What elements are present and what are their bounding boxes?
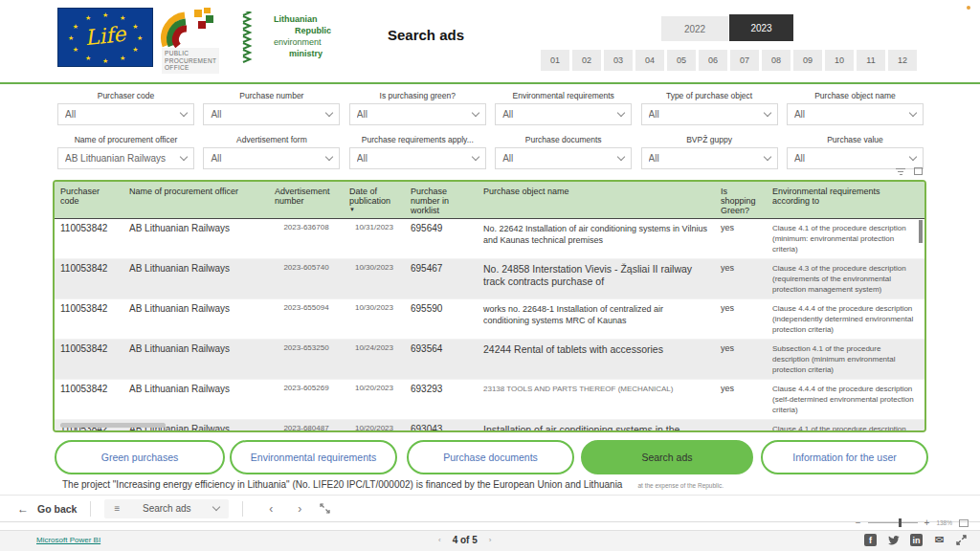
table-row[interactable]: 110053842AB Lithuanian Railways2023-6052… (55, 380, 924, 420)
cell-advert-number: 2023-655094 (269, 299, 344, 316)
fit-to-page-icon[interactable] (959, 519, 969, 527)
fullscreen-icon[interactable] (956, 535, 967, 545)
table-row[interactable]: 110053842AB Lithuanian Railways2023-6532… (55, 340, 924, 380)
filter-dropdown[interactable]: All (495, 103, 632, 125)
filter-slicer-10: Purchase documentsAll (495, 135, 632, 169)
column-header[interactable]: Is shopping Green? (715, 182, 767, 218)
year-button-2022[interactable]: 2022 (661, 16, 728, 41)
month-button-01[interactable]: 01 (541, 50, 569, 71)
page-indicator: ‹ 4 of 5 › (438, 535, 491, 545)
next-page-chevron[interactable]: › (489, 536, 492, 544)
zoom-level: 138% (936, 519, 952, 526)
month-button-08[interactable]: 08 (762, 50, 791, 71)
column-header[interactable]: Purchase number in worklist (405, 182, 478, 218)
nav-button-environmental-requirements[interactable]: Environmental requirements (230, 440, 397, 474)
cell-object-name: 23138 TOOLS AND PARTS THEREOF (MECHANICA… (478, 380, 715, 399)
filter-dropdown[interactable]: All (641, 103, 778, 125)
cell-officer: AB Lithuanian Railways (123, 299, 269, 318)
nav-button-green-purchases[interactable]: Green purchases (55, 440, 225, 474)
zoom-in-button[interactable]: + (924, 518, 930, 528)
vertical-scrollbar[interactable] (919, 220, 923, 243)
page-nav-buttons: Green purchasesEnvironmental requirement… (0, 440, 980, 474)
focus-mode-icon[interactable] (914, 167, 923, 175)
cell-purchaser-code: 110053842 (55, 259, 123, 277)
column-header[interactable]: Purchaser code (55, 182, 123, 209)
cell-object-name: Installation of air conditioning systems… (478, 420, 715, 432)
filter-value: All (502, 153, 618, 164)
status-bar: Microsoft Power BI ‹ 4 of 5 › fin✉ (0, 530, 980, 551)
eu-star-icon: ★ (132, 23, 138, 30)
table-row[interactable]: 110053842AB Lithuanian Railways2023-6550… (55, 299, 924, 340)
filter-dropdown[interactable]: All (57, 103, 194, 125)
filter-dropdown[interactable]: AB Lithuanian Railways (57, 147, 194, 169)
page-selector-label: Search ads (137, 503, 196, 514)
year-button-2023[interactable]: 2023 (729, 14, 793, 41)
month-button-10[interactable]: 10 (825, 50, 854, 71)
column-header[interactable]: Date of publication▼ (344, 182, 405, 215)
chevron-down-icon (180, 109, 188, 117)
table-row[interactable]: 110053842AB Lithuanian Railways2023-6367… (55, 219, 924, 259)
filter-slicer-8: Advertisement formAll (203, 135, 340, 169)
zoom-out-button[interactable]: − (856, 518, 861, 528)
filter-label: Environmental requirements (495, 91, 632, 103)
zoom-slider-thumb[interactable] (899, 518, 902, 527)
cell-date: 10/20/2023 (344, 380, 405, 396)
expand-icon[interactable] (320, 503, 330, 514)
month-button-12[interactable]: 12 (888, 50, 917, 71)
project-footer-text: The project "Increasing energy efficienc… (62, 479, 622, 490)
filter-dropdown[interactable]: All (349, 103, 486, 125)
filter-slicer-1: Purchaser codeAll (57, 91, 194, 125)
facebook-icon[interactable]: f (864, 534, 877, 546)
mail-icon[interactable]: ✉ (933, 534, 946, 546)
filter-icon[interactable] (896, 166, 905, 177)
page-selector[interactable]: ≡ Search ads (104, 499, 229, 518)
month-button-03[interactable]: 03 (604, 50, 633, 71)
page-title: Search ads (345, 27, 507, 43)
filter-label: Purchase requirements apply... (349, 135, 486, 147)
nav-button-information-for-the-user[interactable]: Information for the user (761, 440, 928, 474)
cell-advert-number: 2023-680487 (269, 420, 344, 432)
month-button-05[interactable]: 05 (667, 50, 696, 71)
nav-button-purchase-documents[interactable]: Purchase documents (407, 440, 574, 474)
filter-dropdown[interactable]: All (203, 147, 340, 169)
zoom-slider[interactable] (868, 522, 918, 523)
nav-button-search-ads[interactable]: Search ads (581, 440, 753, 474)
filter-dropdown[interactable]: All (349, 147, 486, 169)
column-header[interactable]: Name of procurement officer (123, 182, 269, 199)
go-back-button[interactable]: Go back (37, 503, 77, 515)
chevron-down-icon (617, 109, 625, 117)
table-row[interactable]: 110053842AB Lithuanian Railways2023-6804… (55, 420, 924, 432)
column-header[interactable]: Purchase object name (478, 182, 715, 199)
filter-dropdown[interactable]: All (787, 103, 924, 125)
table-row[interactable]: 110053842AB Lithuanian Railways2023-6057… (55, 259, 924, 299)
embed-toolbar: ← Go back ≡ Search ads ‹ › (0, 495, 980, 522)
linkedin-icon[interactable]: in (910, 534, 923, 546)
ministry-logo-line: Lithuanian (274, 13, 331, 25)
twitter-icon[interactable] (887, 535, 900, 545)
toolbar-divider (242, 501, 243, 517)
next-page-button[interactable]: › (298, 502, 301, 516)
horizontal-scrollbar[interactable] (60, 423, 166, 428)
cell-is-green: yes (715, 219, 767, 236)
column-header[interactable]: Advertisement number (269, 182, 344, 209)
filter-dropdown[interactable]: All (203, 103, 340, 125)
cell-advert-number: 2023-636708 (269, 219, 344, 235)
month-button-07[interactable]: 07 (730, 50, 759, 71)
filter-slicer-4: Environmental requirementsAll (495, 91, 632, 125)
eu-star-icon: ★ (85, 14, 91, 21)
cell-date: 10/30/2023 (344, 299, 405, 316)
month-button-02[interactable]: 02 (572, 50, 601, 71)
previous-page-chevron[interactable]: ‹ (438, 536, 441, 544)
month-button-06[interactable]: 06 (699, 50, 727, 71)
month-button-11[interactable]: 11 (857, 50, 885, 71)
powerbi-brand-link[interactable]: Microsoft Power BI (36, 536, 100, 544)
share-icons: fin✉ (864, 534, 967, 546)
back-arrow-icon[interactable]: ← (17, 502, 29, 516)
cell-is-green: yes (715, 340, 767, 357)
month-button-04[interactable]: 04 (635, 50, 664, 71)
column-header[interactable]: Environmental requirements according to (767, 182, 924, 209)
month-button-09[interactable]: 09 (793, 50, 822, 71)
filter-dropdown[interactable]: All (641, 147, 778, 169)
previous-page-button[interactable]: ‹ (269, 502, 273, 516)
filter-dropdown[interactable]: All (495, 147, 632, 169)
